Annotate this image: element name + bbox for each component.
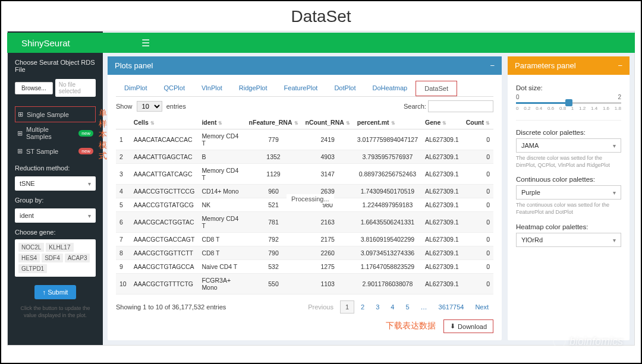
column-header[interactable] (116, 116, 130, 129)
gene-tag[interactable]: ACAP3 (65, 254, 90, 262)
plots-title: Plots panel (115, 61, 153, 70)
table-row: 9AAACGCTGTAGCCANaive CD4 T53212751.17647… (116, 260, 493, 274)
next-button[interactable]: Next (470, 301, 493, 313)
tabs: DimPlotQCPlotVlnPlotRidgePlotFeaturePlot… (116, 81, 493, 97)
sidebar-item-0[interactable]: ⊞Single Sample单样本模式 (15, 106, 96, 122)
table-info: Showing 1 to 10 of 36,177,532 entries (116, 303, 226, 311)
download-annotation: 下载表达数据 (386, 321, 436, 330)
entries-suffix: entries (166, 103, 186, 110)
tab-dotplot[interactable]: DotPlot (326, 81, 364, 96)
prev-button[interactable]: Previous (303, 301, 338, 313)
search-label: Search: (404, 103, 426, 110)
data-table: Cells⇅ident⇅nFeature_RNA⇅nCount_RNA⇅perc… (116, 116, 493, 295)
annotation: 单样本模式 (99, 108, 107, 162)
column-header[interactable]: Count⇅ (462, 116, 493, 129)
gene-tag[interactable]: GLTPD1 (18, 264, 47, 273)
grid-icon: ⊞ (18, 110, 23, 118)
group-select[interactable]: ident (15, 208, 96, 223)
topbar: ShinySeurat ☰ (7, 33, 635, 53)
submit-hint: Click the button to update the value dis… (15, 305, 96, 319)
page-button[interactable]: 2 (356, 301, 369, 313)
new-badge: new (78, 130, 93, 137)
sidebar-item-label: Single Sample (27, 111, 69, 118)
discrete-hint: The discrete color was setted for the Di… (516, 155, 621, 169)
sidebar: Choose Seurat Object RDS File Browse... … (8, 31, 103, 345)
group-label: Group by: (15, 197, 96, 204)
column-header[interactable]: Gene⇅ (421, 116, 462, 129)
page-button[interactable]: 3 (371, 301, 384, 313)
page-button[interactable]: 4 (386, 301, 399, 313)
heatmap-label: Heatmap color palettes: (516, 223, 621, 230)
table-row: 1AAACATACAACCACMemory CD4 T77924193.0177… (116, 129, 493, 150)
params-title: Parameters panel (515, 61, 576, 70)
tab-doheatmap[interactable]: DoHeatmap (364, 81, 416, 96)
tab-vlnplot[interactable]: VlnPlot (193, 81, 231, 96)
params-panel: Parameters panel − Dot size: 0 2 00.20.4… (508, 56, 630, 340)
table-row: 6AAACGCACTGGTACMemory CD4 T78121631.6643… (116, 212, 493, 233)
continuous-select[interactable]: Purple (516, 185, 621, 200)
gene-tag[interactable]: SDF4 (42, 254, 63, 262)
sidebar-item-1[interactable]: ⊞Multiple Samplesnew (15, 122, 96, 144)
tab-ridgeplot[interactable]: RidgePlot (231, 81, 276, 96)
reduction-select[interactable]: tSNE (15, 176, 96, 191)
entries-select[interactable]: 10 (137, 101, 162, 112)
hamburger-icon[interactable]: ☰ (141, 37, 150, 49)
tab-qcplot[interactable]: QCPlot (156, 81, 193, 96)
page-button[interactable]: 5 (401, 301, 414, 313)
gene-tags[interactable]: NOC2LKLHL17HES4SDF4ACAP3GLTPD1 (15, 239, 96, 277)
wechat-icon (553, 335, 566, 348)
download-button[interactable]: ⬇ Download (443, 319, 493, 333)
pagination: Previous12345…3617754Next (303, 300, 493, 314)
page-button[interactable]: 3617754 (434, 301, 469, 313)
discrete-select[interactable]: JAMA (516, 138, 621, 153)
search-input[interactable] (428, 100, 493, 112)
table-row: 8AAACGCTGGTTCTTCD8 T79022603.09734513274… (116, 246, 493, 260)
page-button[interactable]: … (416, 301, 432, 313)
collapse-icon[interactable]: − (490, 61, 495, 70)
heatmap-select[interactable]: YlOrRd (516, 233, 621, 247)
column-header[interactable]: Cells⇅ (130, 116, 199, 129)
page-title: DataSet (1, 1, 641, 31)
table-row: 2AAACATTGAGCTACB135249033.7935957576937A… (116, 150, 493, 164)
continuous-hint: The continuous color was setted for the … (516, 202, 621, 216)
dot-size-label: Dot size: (516, 84, 621, 91)
gene-tag[interactable]: HES4 (18, 254, 40, 262)
dot-size-slider[interactable]: 0 2 00.20.40.60.811.21.41.61.8 (516, 94, 621, 112)
gene-tag[interactable]: NOC2L (18, 243, 44, 252)
brand: ShinySeurat (14, 38, 70, 48)
grid-icon: ⊞ (17, 147, 23, 155)
table-row: 10AAACGCTGTTTCTGFCGR3A+ Mono55011032.901… (116, 274, 493, 295)
gene-label: Choose gene: (15, 229, 96, 236)
table-row: 7AAACGCTGACCAGTCD8 T79221753.81609195402… (116, 233, 493, 246)
sidebar-item-2[interactable]: ⊞ST Samplenew (15, 144, 96, 159)
submit-button[interactable]: ↑ Submit (34, 285, 77, 299)
watermark: bioinfomics (553, 335, 623, 348)
tab-dimplot[interactable]: DimPlot (116, 81, 156, 96)
processing-indicator: Processing... (287, 194, 334, 204)
column-header[interactable]: nFeature_RNA⇅ (246, 116, 302, 129)
discrete-label: Discrete color palettes: (516, 129, 621, 136)
collapse-icon[interactable]: − (618, 61, 622, 70)
tab-dataset[interactable]: DataSet (416, 81, 457, 96)
page-button[interactable]: 1 (340, 300, 354, 314)
grid-icon: ⊞ (17, 129, 23, 137)
file-label: Choose Seurat Object RDS File (15, 59, 96, 73)
column-header[interactable]: percent.mt⇅ (354, 116, 421, 129)
sidebar-item-label: Multiple Samples (26, 126, 75, 140)
column-header[interactable]: nCount_RNA⇅ (302, 116, 354, 129)
reduction-label: Reduction method: (15, 164, 96, 172)
file-status: No file selected (55, 79, 96, 97)
table-row: 3AAACATTGATCAGCMemory CD4 T112931470.889… (116, 164, 493, 185)
new-badge: new (78, 148, 93, 154)
gene-tag[interactable]: KLHL17 (46, 243, 73, 252)
show-label: Show (116, 103, 133, 110)
tab-featureplot[interactable]: FeaturePlot (276, 81, 326, 96)
browse-button[interactable]: Browse... (15, 82, 53, 94)
column-header[interactable]: ident⇅ (198, 116, 245, 129)
continuous-label: Continuous color palettes: (516, 176, 621, 183)
sidebar-item-label: ST Sample (26, 148, 58, 155)
